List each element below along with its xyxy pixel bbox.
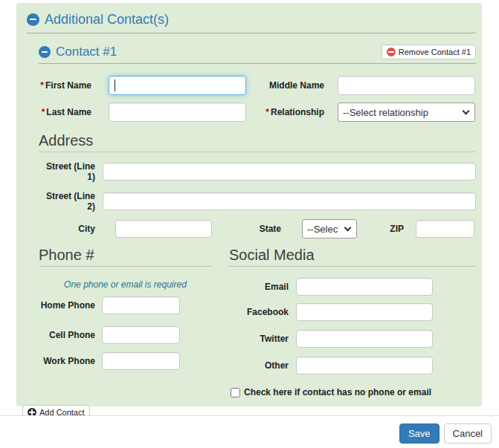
phone-column: Phone # One phone or email is required H… — [39, 247, 212, 370]
no-phone-checkbox[interactable] — [231, 388, 240, 397]
facebook-input[interactable] — [296, 303, 433, 321]
address-divider — [39, 152, 476, 152]
cell-phone-input[interactable] — [102, 326, 180, 344]
contact-1-header: Contact #1 Remove Contact #1 — [39, 45, 476, 59]
city-input[interactable] — [115, 220, 212, 238]
contact-1-section: Contact #1 Remove Contact #1 *First Name… — [22, 45, 476, 397]
first-name-label: *First Name — [39, 80, 91, 91]
other-row: Other — [229, 357, 476, 374]
required-marker: * — [40, 80, 44, 91]
street2-input[interactable] — [103, 192, 476, 210]
zip-label: ZIP — [385, 224, 404, 234]
text-cursor — [115, 79, 115, 91]
cell-phone-label: Cell Phone — [39, 330, 95, 340]
work-phone-row: Work Phone — [39, 352, 212, 370]
required-marker: * — [265, 107, 269, 117]
contact-header-divider — [39, 63, 476, 64]
twitter-label: Twitter — [229, 334, 289, 344]
phone-social-columns: Phone # One phone or email is required H… — [39, 247, 476, 397]
first-name-input-wrap — [109, 76, 246, 95]
middle-name-input[interactable] — [338, 76, 475, 95]
address-section-title: Address — [39, 132, 476, 149]
street2-row: Street (Line 2) — [39, 191, 476, 212]
name-row-1: *First Name Middle Name — [39, 76, 476, 95]
last-name-label: *Last Name — [39, 107, 91, 117]
required-marker: * — [42, 107, 45, 117]
social-divider — [229, 266, 476, 267]
contact-title: Contact #1 — [56, 45, 117, 59]
cell-phone-row: Cell Phone — [39, 326, 212, 344]
collapse-contact-minus-icon[interactable] — [39, 46, 51, 58]
state-label: State — [255, 224, 281, 234]
home-phone-input[interactable] — [102, 296, 180, 314]
work-phone-input[interactable] — [102, 352, 180, 370]
state-select-wrap: --Select — [302, 219, 357, 238]
modal-footer: Save Cancel — [0, 415, 499, 444]
home-phone-label: Home Phone — [39, 300, 95, 311]
relationship-select[interactable]: --Select relationship — [338, 103, 475, 122]
city-label: City — [39, 224, 95, 234]
middle-name-label: Middle Name — [257, 80, 324, 91]
email-label: Email — [229, 282, 289, 292]
cancel-button[interactable]: Cancel — [444, 423, 492, 444]
twitter-input[interactable] — [296, 330, 433, 348]
state-select[interactable]: --Select — [302, 219, 357, 238]
collapse-minus-icon[interactable] — [27, 13, 39, 26]
last-name-input[interactable] — [109, 103, 246, 122]
remove-contact-label: Remove Contact #1 — [399, 48, 471, 56]
name-row-2: *Last Name *Relationship --Select relati… — [39, 103, 476, 122]
phone-section-title: Phone # — [39, 247, 212, 263]
save-button[interactable]: Save — [399, 423, 440, 444]
work-phone-label: Work Phone — [39, 356, 95, 366]
facebook-row: Facebook — [229, 303, 476, 321]
social-column: Social Media Email Facebook Twitter Othe… — [229, 247, 476, 397]
first-name-input[interactable] — [109, 76, 246, 95]
zip-input[interactable] — [416, 220, 474, 238]
additional-contacts-panel: Additional Contact(s) Contact #1 Remove … — [16, 3, 482, 406]
other-label: Other — [229, 360, 289, 371]
additional-contacts-header: Additional Contact(s) — [27, 12, 476, 27]
street1-label: Street (Line 1) — [39, 161, 95, 182]
facebook-label: Facebook — [229, 307, 289, 317]
home-phone-row: Home Phone — [39, 296, 212, 314]
street1-input[interactable] — [103, 163, 476, 181]
remove-contact-button[interactable]: Remove Contact #1 — [382, 45, 476, 59]
street2-label: Street (Line 2) — [39, 191, 95, 212]
social-section-title: Social Media — [229, 247, 476, 263]
phone-or-email-note: One phone or email is required — [39, 279, 212, 290]
relationship-select-wrap: --Select relationship — [338, 103, 475, 122]
header-divider — [27, 33, 476, 33]
email-row: Email — [229, 278, 476, 296]
other-input[interactable] — [296, 357, 433, 374]
phone-divider — [39, 266, 212, 267]
city-state-zip-row: City State --Select ZIP — [39, 219, 476, 238]
no-phone-checkbox-row: Check here if contact has no phone or em… — [231, 387, 476, 397]
email-input[interactable] — [296, 278, 433, 296]
relationship-label: *Relationship — [257, 107, 324, 117]
panel-title: Additional Contact(s) — [45, 12, 169, 27]
remove-minus-icon — [387, 48, 396, 56]
twitter-row: Twitter — [229, 330, 476, 348]
street1-row: Street (Line 1) — [39, 161, 476, 182]
no-phone-checkbox-label: Check here if contact has no phone or em… — [244, 387, 431, 397]
